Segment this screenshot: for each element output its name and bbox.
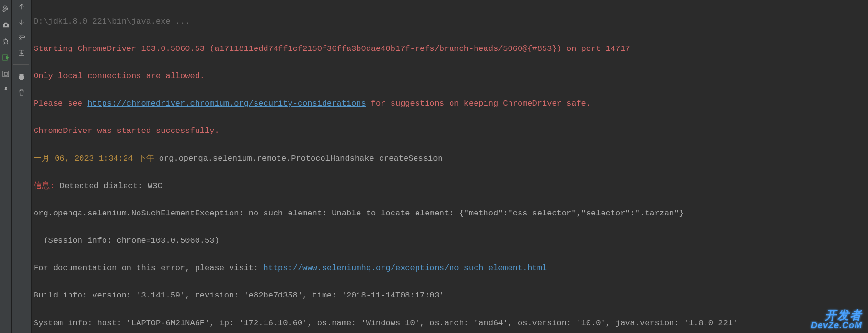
svg-rect-2 bbox=[3, 71, 9, 77]
arrow-down-icon[interactable] bbox=[17, 17, 26, 27]
console-output[interactable]: D:\jdk1.8.0_221\bin\java.exe ... Startin… bbox=[32, 0, 868, 333]
console-line: Please see https://chromedriver.chromium… bbox=[34, 97, 868, 111]
console-line: System info: host: 'LAPTOP-6M21NA6F', ip… bbox=[34, 317, 868, 331]
trash-icon[interactable] bbox=[17, 88, 26, 97]
svg-point-0 bbox=[4, 24, 7, 27]
console-line: 信息: Detected dialect: W3C bbox=[34, 179, 868, 193]
console-line: Only local connections are allowed. bbox=[34, 70, 868, 83]
ide-left-strip bbox=[0, 0, 12, 333]
bug-icon[interactable] bbox=[1, 36, 11, 46]
security-link[interactable]: https://chromedriver.chromium.org/securi… bbox=[87, 99, 366, 108]
arrow-up-icon[interactable] bbox=[17, 2, 26, 12]
scroll-to-end-icon[interactable] bbox=[17, 48, 26, 58]
svg-rect-3 bbox=[4, 72, 7, 75]
wrench-icon[interactable] bbox=[1, 4, 11, 13]
console-line: Build info: version: '3.141.59', revisio… bbox=[34, 289, 868, 303]
run-toolbar bbox=[12, 0, 32, 333]
console-line: org.openqa.selenium.NoSuchElementExcepti… bbox=[34, 207, 868, 221]
import-icon[interactable] bbox=[1, 53, 11, 62]
exclude-icon[interactable] bbox=[1, 69, 11, 79]
watermark: 开发者 DevZe.CoM bbox=[811, 309, 862, 330]
console-line: ChromeDriver was started successfully. bbox=[34, 124, 868, 138]
docs-link[interactable]: https://www.seleniumhq.org/exceptions/no… bbox=[263, 263, 547, 273]
console-line: Starting ChromeDriver 103.0.5060.53 (a17… bbox=[34, 42, 868, 56]
print-icon[interactable] bbox=[17, 72, 26, 82]
console-line: (Session info: chrome=103.0.5060.53) bbox=[34, 234, 868, 248]
camera-icon[interactable] bbox=[1, 20, 11, 30]
softwrap-icon[interactable] bbox=[17, 33, 26, 42]
pin-icon[interactable] bbox=[1, 85, 11, 95]
toolbar-separator bbox=[13, 64, 29, 65]
console-line: D:\jdk1.8.0_221\bin\java.exe ... bbox=[34, 15, 868, 29]
console-line: 一月 06, 2023 1:34:24 下午 org.openqa.seleni… bbox=[34, 152, 868, 166]
console-line: For documentation on this error, please … bbox=[34, 262, 868, 275]
svg-point-1 bbox=[4, 39, 8, 43]
